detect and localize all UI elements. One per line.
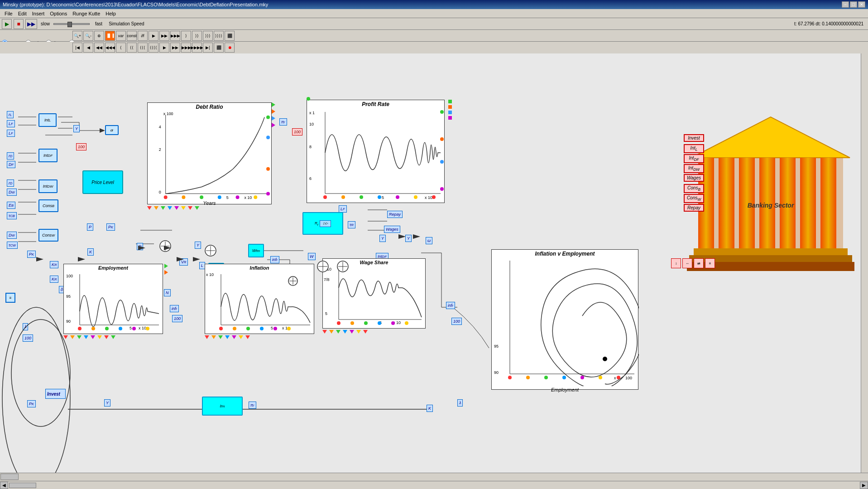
minimize-button[interactable]: − <box>842 1 849 8</box>
step-btn-2[interactable]: ◀ <box>83 43 93 53</box>
step-btn-10[interactable]: ▶▶ <box>170 43 180 53</box>
small-block-1[interactable]: ≡ <box>5 293 15 303</box>
node-P: P <box>87 223 93 231</box>
node-100-left: 100 <box>76 143 86 150</box>
label-intDW-right: IntDW <box>684 164 704 173</box>
scroll-thumb[interactable] <box>9 483 36 488</box>
play-button[interactable]: ▶ <box>2 19 12 29</box>
stop-button[interactable]: ■ <box>14 19 24 29</box>
block-consW[interactable]: ConsW <box>38 229 58 242</box>
step-btn-9[interactable]: ▶ <box>159 43 169 53</box>
menu-insert[interactable]: Insert <box>29 10 48 17</box>
block-Wfm[interactable]: Wfm <box>248 244 264 257</box>
temple-btn-3[interactable]: ⇄ <box>694 258 704 268</box>
node-Repay: Repay <box>387 211 403 218</box>
scroll-left-btn[interactable]: ◀ <box>0 482 8 489</box>
block-intL[interactable]: IntL <box>38 113 57 127</box>
svg-text:0: 0 <box>159 190 161 194</box>
svg-text:10: 10 <box>309 122 314 126</box>
menu-runge-kutte[interactable]: Runge Kutte <box>70 10 103 17</box>
speed-slider[interactable] <box>53 23 90 25</box>
zoom-fit-button[interactable]: ⊕ <box>94 31 104 41</box>
svg-text:x 10: x 10 <box>425 195 432 200</box>
svg-point-117 <box>603 357 607 361</box>
step-btn-5[interactable]: ⟨ <box>116 43 126 53</box>
infvemp-svg: 90 95 x 1 100 <box>492 257 639 386</box>
temple-btn-2[interactable]: ↔ <box>682 258 692 268</box>
sim-play4[interactable]: ⟩ <box>181 31 191 41</box>
step-btn-13[interactable]: ▶| <box>203 43 213 53</box>
const-button[interactable]: const <box>127 31 137 41</box>
node-infr-3: infr <box>446 302 455 309</box>
svg-point-93 <box>246 327 250 330</box>
step-btn-14[interactable]: ⬛ <box>214 43 224 53</box>
temple-btn-1[interactable]: ↕ <box>671 258 681 268</box>
svg-marker-160 <box>398 234 406 239</box>
var-button[interactable]: var <box>116 31 126 41</box>
svg-marker-159 <box>164 246 171 250</box>
step-btn-8[interactable]: ⟨⟨⟨⟨ <box>149 43 158 53</box>
block-dT[interactable]: dr <box>105 125 119 135</box>
maximize-button[interactable]: □ <box>850 1 857 8</box>
menu-edit[interactable]: Edit <box>15 10 29 17</box>
block-consB[interactable]: ConsB <box>38 199 58 212</box>
zoom-out-button[interactable]: 🔍- <box>83 31 93 41</box>
arrow-right-5 <box>138 245 146 251</box>
scroll-track[interactable] <box>9 483 859 488</box>
arrow-right-3 <box>177 256 185 262</box>
main-canvas[interactable]: rL LF IntL LF dr Y 100 rD IntDF DF rD In… <box>0 53 868 480</box>
svg-point-69 <box>414 195 417 199</box>
svg-point-83 <box>132 327 136 330</box>
sim-play5[interactable]: ⟩⟩ <box>192 31 202 41</box>
svg-text:2: 2 <box>159 147 161 152</box>
menu-help[interactable]: Help <box>103 10 119 17</box>
node-100-4: 100 <box>451 318 462 325</box>
rec-btn[interactable]: ⏺ <box>225 43 235 53</box>
horizontal-scrollbar[interactable] <box>0 473 868 480</box>
menu-file[interactable]: File <box>2 10 15 17</box>
step-btn-7[interactable]: ⟨⟨⟨ <box>138 43 148 53</box>
vertical-scrollbar[interactable] <box>861 53 868 480</box>
node-infr-2: infr <box>170 305 179 312</box>
window-controls[interactable]: − □ ✕ <box>842 1 865 8</box>
inflation-bottom-markers <box>205 335 250 339</box>
speed-fast-label: fast <box>95 21 102 26</box>
sim-play1[interactable]: ▶ <box>149 31 158 41</box>
scroll-right-btn[interactable]: ▶ <box>860 482 868 489</box>
svg-text:7/8: 7/8 <box>324 277 330 282</box>
sim-play2[interactable]: ▶▶ <box>159 31 169 41</box>
svg-point-107 <box>364 321 368 325</box>
sim-play7[interactable]: ⟩⟩⟩⟩ <box>214 31 224 41</box>
close-button[interactable]: ✕ <box>858 1 865 8</box>
svg-text:95: 95 <box>494 344 499 349</box>
step-btn-12[interactable]: ▶▶▶▶ <box>192 43 202 53</box>
window-scrollbar[interactable]: ◀ ▶ <box>0 481 868 489</box>
block-Ifm-2[interactable]: Ifm <box>202 397 243 416</box>
step-btn-3[interactable]: ◀◀ <box>94 43 104 53</box>
histogram-button[interactable]: ▐▌▐ <box>105 31 115 41</box>
temple-btn-4[interactable]: ≡ <box>705 258 715 268</box>
label-intL-right: IntL <box>684 144 704 153</box>
step-btn-11[interactable]: ▶▶▶ <box>181 43 191 53</box>
svg-point-68 <box>396 195 399 199</box>
param-button[interactable]: ∂f <box>138 31 148 41</box>
block-intDW[interactable]: IntDW <box>38 179 58 193</box>
node-tCW: τCW <box>7 242 18 249</box>
block-intDF[interactable]: IntDF <box>38 149 58 162</box>
step-button[interactable]: ▶▶ <box>25 19 37 29</box>
speed-slow-label: slow <box>41 21 50 26</box>
node-omega-2: ω <box>426 237 432 244</box>
svg-point-119 <box>526 376 530 379</box>
menu-options[interactable]: Options <box>47 10 70 17</box>
sim-play8[interactable]: ⬛ <box>225 31 235 41</box>
svg-point-118 <box>508 376 512 379</box>
step-btn-1[interactable]: |◀ <box>72 43 82 53</box>
svg-text:5: 5 <box>325 311 327 316</box>
sim-play6[interactable]: ⟩⟩⟩ <box>203 31 213 41</box>
block-piR-tR[interactable]: πr ▷▷ <box>302 212 343 235</box>
zoom-in-button[interactable]: 🔍+ <box>72 31 82 41</box>
step-btn-6[interactable]: ⟨⟨ <box>127 43 137 53</box>
sim-play3[interactable]: ▶▶▶ <box>170 31 180 41</box>
price-level-block[interactable]: Price Level <box>82 170 123 194</box>
step-btn-4[interactable]: ◀◀◀ <box>105 43 115 53</box>
